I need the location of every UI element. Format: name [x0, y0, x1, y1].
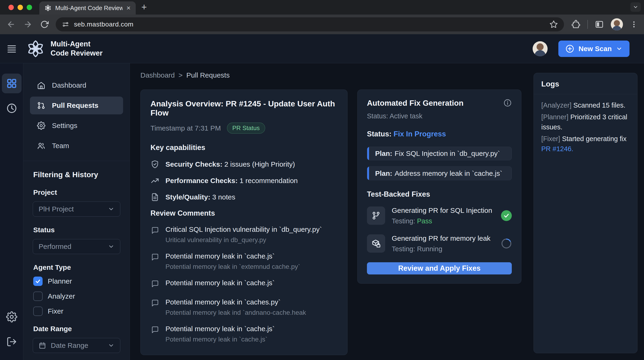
- sidebar-item-settings[interactable]: Settings: [30, 117, 123, 134]
- review-comment[interactable]: Critical SQL Injection vulnerability in …: [150, 226, 338, 244]
- breadcrumb: Dashboard > Pull Requests: [140, 71, 527, 79]
- tab-search-button[interactable]: [630, 2, 641, 12]
- chevron-down-icon: [108, 243, 114, 250]
- log-pr-link[interactable]: PR #1246.: [541, 145, 573, 152]
- fix-status-line: Status: Fix In Progress: [367, 130, 512, 138]
- breadcrumb-dashboard[interactable]: Dashboard: [140, 71, 175, 79]
- tab-favicon-openai-icon: [44, 5, 52, 12]
- tab-close-button[interactable]: ×: [126, 5, 130, 12]
- capability-label: Security Checks:: [166, 160, 222, 168]
- plan-item[interactable]: Plan:Address memory leak in `cache.js`: [367, 166, 512, 180]
- agent-type-planner[interactable]: Planner: [33, 277, 120, 286]
- side-panel-icon[interactable]: [595, 20, 604, 29]
- forward-icon[interactable]: [24, 20, 32, 29]
- plan-text: Address memory leak in `cache.js`: [394, 169, 502, 177]
- log-text: Started generating fix: [562, 135, 627, 142]
- analysis-timestamp: Timestamp at 7:31 PM: [150, 124, 221, 132]
- logs-title: Logs: [534, 73, 637, 94]
- review-comment[interactable]: Potential memory leak in `cache.js`Poten…: [150, 252, 338, 270]
- browser-toolbar: seb.mastboard.com: [0, 15, 644, 34]
- chevron-down-icon: [633, 4, 638, 10]
- home-icon: [37, 81, 46, 90]
- icon-rail: [0, 63, 24, 360]
- checkbox-unchecked-icon[interactable]: [33, 307, 42, 316]
- status-label: Status: [33, 226, 120, 234]
- reload-icon[interactable]: [40, 20, 49, 29]
- log-entry: [Planner] Prioritized 3 critical issues.: [541, 112, 630, 132]
- fix-generation-title: Automated Fix Generation: [367, 99, 464, 108]
- info-icon[interactable]: [503, 99, 512, 107]
- app-title: Multi-Agent Code Reviewer: [50, 40, 102, 58]
- review-comment[interactable]: Potential memory leak in `caches.py`Pote…: [150, 298, 338, 316]
- close-window-button[interactable]: [8, 5, 14, 10]
- new-scan-button[interactable]: New Scan: [558, 41, 630, 57]
- fix-generation-card: Automated Fix Generation Status: Active …: [357, 90, 522, 284]
- minimize-window-button[interactable]: [18, 5, 23, 10]
- checkbox-checked-icon[interactable]: [33, 277, 42, 286]
- back-icon[interactable]: [6, 20, 16, 29]
- review-apply-fixes-button[interactable]: Review and Apply Fixes: [367, 262, 512, 274]
- capability-label: Performance Checks:: [166, 177, 238, 185]
- bookmark-star-icon[interactable]: [550, 20, 558, 29]
- capability-value: 2 issues (High Priority): [224, 160, 295, 168]
- comment-icon: [150, 226, 159, 234]
- comment-icon: [150, 279, 159, 288]
- review-comments-heading: Review Comments: [150, 209, 338, 218]
- project-dropdown[interactable]: PlH Project: [33, 202, 120, 217]
- sidebar-item-team[interactable]: Team: [30, 137, 123, 155]
- test-row-memory-leak[interactable]: Generating PR for memory leak Testing: R…: [367, 234, 512, 253]
- agent-type-fixer[interactable]: Fixer: [33, 307, 120, 316]
- log-entry: [Analyzer] Scanned 15 files.: [541, 100, 630, 111]
- address-bar[interactable]: seb.mastboard.com: [56, 17, 564, 31]
- app-brand: Multi-Agent Code Reviewer: [27, 40, 102, 58]
- checkbox-unchecked-icon[interactable]: [33, 292, 42, 301]
- sidebar-divider: [24, 161, 130, 161]
- package-lock-tile: [367, 234, 385, 253]
- checkbox-label: Analyzer: [48, 292, 75, 300]
- sidebar-item-pull-requests[interactable]: Pull Requests: [30, 97, 123, 114]
- main-content: Dashboard > Pull Requests Analysis Overv…: [130, 63, 527, 360]
- extensions-icon[interactable]: [572, 20, 580, 29]
- site-settings-icon[interactable]: [62, 21, 69, 28]
- checkbox-label: Fixer: [48, 307, 64, 315]
- agent-type-analyzer[interactable]: Analyzer: [33, 292, 120, 301]
- review-comment[interactable]: Potential memory leak in `cache.js`: [150, 279, 338, 290]
- log-agent-tag: [Analyzer]: [541, 101, 572, 109]
- comment-title: Potential memory leak in `cache.js`: [166, 325, 275, 333]
- plan-item[interactable]: Plan:Fix SQL Injection in `db_query.py`: [367, 147, 512, 160]
- user-avatar[interactable]: [532, 41, 548, 56]
- test-title: Generating PR for SQL Injection: [392, 207, 494, 215]
- status-dropdown[interactable]: Performed: [33, 239, 120, 254]
- agent-type-label: Agent Type: [33, 263, 120, 271]
- rail-history-button[interactable]: [2, 98, 22, 118]
- url-text[interactable]: seb.mastboard.com: [74, 21, 545, 28]
- browser-menu-icon[interactable]: [630, 20, 638, 28]
- hamburger-menu-icon[interactable]: [6, 45, 17, 53]
- test-row-sql-injection[interactable]: Generating PR for SQL Injection Testing:…: [367, 207, 512, 225]
- date-range-dropdown[interactable]: Date Range: [33, 338, 120, 353]
- key-capabilities-heading: Key capabilities: [150, 143, 338, 152]
- status-dropdown-value: Performed: [38, 243, 103, 251]
- sidebar-item-label: Team: [52, 142, 69, 150]
- plan-text: Fix SQL Injection in `db_query.py`: [394, 149, 500, 157]
- package-lock-icon: [371, 238, 381, 249]
- filtering-heading: Filtering & History: [33, 170, 120, 179]
- sidebar-item-dashboard[interactable]: Dashboard: [30, 76, 123, 94]
- openai-logo-icon: [27, 40, 44, 58]
- comment-icon: [150, 252, 159, 261]
- capability-performance: Performance Checks: 1 recommendation: [150, 176, 338, 185]
- app-root: Multi-Agent Code Reviewer New Scan: [0, 34, 644, 360]
- fix-status-label: Status:: [367, 130, 392, 138]
- rail-logout-button[interactable]: [2, 332, 22, 351]
- browser-profile-avatar[interactable]: [611, 18, 623, 31]
- fix-generation-subtitle: Status: Active task: [367, 112, 512, 120]
- project-dropdown-value: PlH Project: [38, 205, 103, 213]
- capability-security: Security Checks: 2 issues (High Priority…: [150, 160, 338, 169]
- browser-tab[interactable]: Multi-Agent Code Reviewer ×: [39, 2, 136, 15]
- spinner-icon: [501, 238, 512, 249]
- new-tab-button[interactable]: +: [141, 2, 147, 12]
- review-comment[interactable]: Potential memory leak in `cache.js`Poten…: [150, 325, 338, 343]
- rail-dashboard-button[interactable]: [2, 74, 22, 93]
- rail-settings-button[interactable]: [2, 307, 22, 327]
- maximize-window-button[interactable]: [27, 5, 32, 10]
